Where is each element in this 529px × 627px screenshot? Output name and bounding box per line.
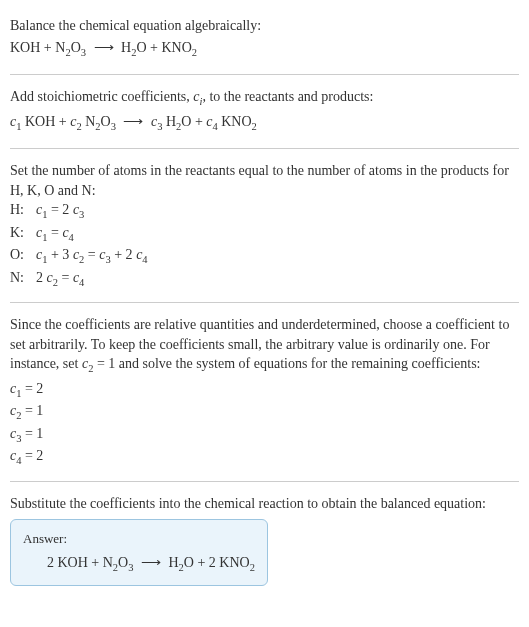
- intro-text: Add stoichiometric coefficients, ci, to …: [10, 87, 519, 109]
- text: Add stoichiometric coefficients,: [10, 89, 193, 104]
- coeff-row: c1 = 2: [10, 379, 519, 401]
- reaction-arrow-icon: ⟶: [123, 112, 143, 132]
- eq-part: O: [136, 40, 146, 55]
- divider: [10, 302, 519, 303]
- element-label: H:: [10, 200, 36, 222]
- intro-text: Balance the chemical equation algebraica…: [10, 16, 519, 36]
- eq-part: O +: [181, 114, 206, 129]
- atom-balance-table: H: c1 = 2 c3 K: c1 = c4 O: c1 + 3 c2 = c…: [10, 200, 154, 290]
- eq-part: H: [162, 114, 176, 129]
- intro-text: Set the number of atoms in the reactants…: [10, 161, 519, 200]
- section-solve: Since the coefficients are relative quan…: [10, 307, 519, 477]
- eq-part: N: [82, 114, 96, 129]
- section-answer: Substitute the coefficients into the che…: [10, 486, 519, 594]
- value: = 2: [21, 381, 43, 396]
- value: = 1: [21, 403, 43, 418]
- equation-cell: c1 + 3 c2 = c3 + 2 c4: [36, 245, 154, 267]
- element-label: N:: [10, 268, 36, 290]
- text: 2: [36, 270, 47, 285]
- coefficient-solutions: c1 = 2 c2 = 1 c3 = 1 c4 = 2: [10, 379, 519, 469]
- intro-text: Since the coefficients are relative quan…: [10, 315, 519, 377]
- reaction-arrow-icon: ⟶: [141, 553, 161, 573]
- unbalanced-equation: KOH + N2O3 ⟶ H2O + KNO2: [10, 38, 519, 60]
- coeff-row: c2 = 1: [10, 401, 519, 423]
- reaction-arrow-icon: ⟶: [94, 38, 114, 58]
- eq-part: O: [118, 555, 128, 570]
- divider: [10, 74, 519, 75]
- text: + 3: [47, 247, 72, 262]
- text: + 2: [111, 247, 136, 262]
- equation-cell: c1 = c4: [36, 223, 154, 245]
- subscript: 2: [250, 561, 255, 572]
- subscript: 4: [142, 254, 147, 265]
- eq-part: +: [147, 40, 162, 55]
- coeff-equation: c1 KOH + c2 N2O3 ⟶ c3 H2O + c4 KNO2: [10, 112, 519, 134]
- table-row: H: c1 = 2 c3: [10, 200, 154, 222]
- subscript: 2: [192, 46, 197, 57]
- text: = 1 and solve the system of equations fo…: [93, 356, 480, 371]
- eq-part: O: [71, 40, 81, 55]
- intro-text: Substitute the coefficients into the che…: [10, 494, 519, 514]
- equation-cell: c1 = 2 c3: [36, 200, 154, 222]
- subscript: 3: [128, 561, 133, 572]
- answer-label: Answer:: [23, 530, 255, 548]
- subscript: 3: [81, 46, 86, 57]
- eq-part: KOH +: [21, 114, 70, 129]
- table-row: N: 2 c2 = c4: [10, 268, 154, 290]
- eq-part: KOH: [10, 40, 40, 55]
- eq-part: H: [121, 40, 131, 55]
- text: =: [47, 225, 62, 240]
- text: = 2: [47, 202, 72, 217]
- subscript: 4: [69, 232, 74, 243]
- text: =: [84, 247, 99, 262]
- subscript: 3: [111, 120, 116, 131]
- eq-part: +: [40, 40, 55, 55]
- answer-box: Answer: 2 KOH + N2O3 ⟶ H2O + 2 KNO2: [10, 519, 268, 586]
- eq-part: KNO: [218, 114, 252, 129]
- eq-part: O: [101, 114, 111, 129]
- element-label: K:: [10, 223, 36, 245]
- eq-part: 2 KOH + N: [47, 555, 113, 570]
- table-row: K: c1 = c4: [10, 223, 154, 245]
- subscript: 4: [79, 276, 84, 287]
- eq-part: N: [55, 40, 65, 55]
- coeff-row: c3 = 1: [10, 424, 519, 446]
- value: = 1: [21, 426, 43, 441]
- subscript: 2: [252, 120, 257, 131]
- equation-cell: 2 c2 = c4: [36, 268, 154, 290]
- section-coefficients: Add stoichiometric coefficients, ci, to …: [10, 79, 519, 144]
- divider: [10, 481, 519, 482]
- text: =: [58, 270, 73, 285]
- element-label: O:: [10, 245, 36, 267]
- eq-part: KNO: [161, 40, 191, 55]
- divider: [10, 148, 519, 149]
- eq-part: H: [168, 555, 178, 570]
- text: , to the reactants and products:: [202, 89, 373, 104]
- balanced-equation: 2 KOH + N2O3 ⟶ H2O + 2 KNO2: [23, 553, 255, 575]
- subscript: 3: [79, 209, 84, 220]
- table-row: O: c1 + 3 c2 = c3 + 2 c4: [10, 245, 154, 267]
- coeff-row: c4 = 2: [10, 446, 519, 468]
- section-intro: Balance the chemical equation algebraica…: [10, 8, 519, 70]
- eq-part: O + 2 KNO: [184, 555, 250, 570]
- value: = 2: [21, 448, 43, 463]
- section-atom-equations: Set the number of atoms in the reactants…: [10, 153, 519, 298]
